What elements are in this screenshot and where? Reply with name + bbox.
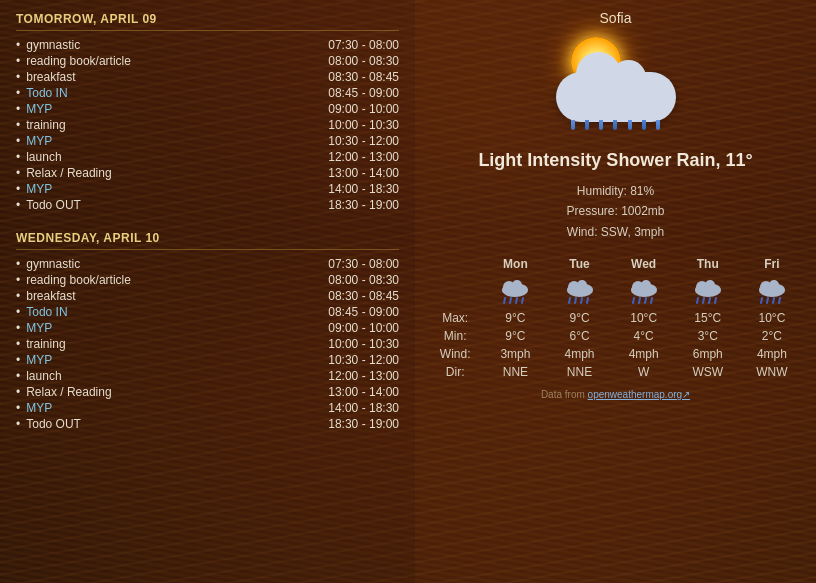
list-item-bullet: • xyxy=(16,70,20,84)
forecast-dir-3: WSW xyxy=(676,363,740,381)
svg-line-5 xyxy=(516,298,517,303)
day-section-0: TOMORROW, APRIL 09•gymnastic07:30 - 08:0… xyxy=(16,12,399,213)
table-row: •Todo IN08:45 - 09:00 xyxy=(16,85,399,101)
table-row: •training10:00 - 10:30 xyxy=(16,336,399,352)
forecast-header-wed: Wed xyxy=(612,254,676,274)
svg-line-6 xyxy=(522,298,523,303)
list-item-bullet: • xyxy=(16,401,20,415)
forecast-icon-4 xyxy=(740,274,804,309)
forecast-max-3: 15°C xyxy=(676,309,740,327)
forecast-dir-1: NNE xyxy=(547,363,611,381)
forecast-header-mon: Mon xyxy=(483,254,547,274)
forecast-min-3: 3°C xyxy=(676,327,740,345)
svg-point-30 xyxy=(769,280,779,290)
list-item: gymnastic xyxy=(26,257,80,271)
list-item-bullet: • xyxy=(16,369,20,383)
weather-icon xyxy=(541,32,691,142)
list-item: training xyxy=(26,118,65,132)
forecast-wind-0: 3mph xyxy=(483,345,547,363)
weather-description: Light Intensity Shower Rain, 11° xyxy=(478,150,752,171)
svg-line-31 xyxy=(761,298,762,303)
forecast-dir-0: NNE xyxy=(483,363,547,381)
list-item: Todo OUT xyxy=(26,198,81,212)
list-item: reading book/article xyxy=(26,54,131,68)
forecast-table: MonTueWedThuFri Max: 9°C9°C10°C15°C10°C … xyxy=(427,254,804,381)
forecast-dir-4: WNW xyxy=(740,363,804,381)
humidity: Humidity: 81% xyxy=(566,181,664,201)
list-item-bullet: • xyxy=(16,118,20,132)
table-row: •gymnastic07:30 - 08:00 xyxy=(16,256,399,272)
forecast-min-4: 2°C xyxy=(740,327,804,345)
svg-line-26 xyxy=(709,298,710,303)
list-item-bullet: • xyxy=(16,337,20,351)
item-time: 08:30 - 08:45 xyxy=(328,70,399,84)
day-title-0: TOMORROW, APRIL 09 xyxy=(16,12,399,31)
item-time: 08:00 - 08:30 xyxy=(328,273,399,287)
day-title-1: WEDNESDAY, APRIL 10 xyxy=(16,231,399,250)
table-row: •training10:00 - 10:30 xyxy=(16,117,399,133)
svg-point-2 xyxy=(512,280,522,290)
table-row: •MYP14:00 - 18:30 xyxy=(16,400,399,416)
svg-line-12 xyxy=(581,298,582,303)
main-layout: TOMORROW, APRIL 09•gymnastic07:30 - 08:0… xyxy=(0,0,816,583)
list-item-bullet: • xyxy=(16,134,20,148)
table-row: •Relax / Reading13:00 - 14:00 xyxy=(16,384,399,400)
table-row: •launch12:00 - 13:00 xyxy=(16,368,399,384)
item-time: 08:30 - 08:45 xyxy=(328,289,399,303)
table-row: •breakfast08:30 - 08:45 xyxy=(16,69,399,85)
list-item-bullet: • xyxy=(16,257,20,271)
svg-line-17 xyxy=(633,298,634,303)
table-row: •Todo IN08:45 - 09:00 xyxy=(16,304,399,320)
forecast-wind-3: 6mph xyxy=(676,345,740,363)
list-item: MYP xyxy=(26,134,52,148)
svg-line-4 xyxy=(510,298,511,303)
forecast-wind-2: 4mph xyxy=(612,345,676,363)
city-name: Sofia xyxy=(600,10,632,26)
item-time: 08:45 - 09:00 xyxy=(328,86,399,100)
list-item-bullet: • xyxy=(16,385,20,399)
item-time: 08:00 - 08:30 xyxy=(328,54,399,68)
table-row: •reading book/article08:00 - 08:30 xyxy=(16,272,399,288)
list-item: breakfast xyxy=(26,70,75,84)
item-time: 18:30 - 19:00 xyxy=(328,417,399,431)
data-source: Data from openweathermap.org↗ xyxy=(541,389,690,400)
forecast-max-1: 9°C xyxy=(547,309,611,327)
table-row: •launch12:00 - 13:00 xyxy=(16,149,399,165)
list-item-bullet: • xyxy=(16,86,20,100)
svg-line-19 xyxy=(645,298,646,303)
forecast-icon-0 xyxy=(483,274,547,309)
cloud-icon xyxy=(556,72,676,122)
data-source-link[interactable]: openweathermap.org↗ xyxy=(588,389,691,400)
list-item: MYP xyxy=(26,321,52,335)
svg-line-32 xyxy=(767,298,768,303)
item-time: 10:30 - 12:00 xyxy=(328,134,399,148)
item-time: 10:00 - 10:30 xyxy=(328,337,399,351)
weather-details: Humidity: 81% Pressure: 1002mb Wind: SSW… xyxy=(566,181,664,242)
table-row: •MYP10:30 - 12:00 xyxy=(16,352,399,368)
table-row: •gymnastic07:30 - 08:00 xyxy=(16,37,399,53)
list-item-bullet: • xyxy=(16,54,20,68)
forecast-header-fri: Fri xyxy=(740,254,804,274)
forecast-icon-2 xyxy=(612,274,676,309)
forecast-min-2: 4°C xyxy=(612,327,676,345)
forecast-wind-1: 4mph xyxy=(547,345,611,363)
pressure: Pressure: 1002mb xyxy=(566,201,664,221)
forecast-max-4: 10°C xyxy=(740,309,804,327)
list-item: Relax / Reading xyxy=(26,166,111,180)
svg-line-27 xyxy=(715,298,716,303)
table-row: •breakfast08:30 - 08:45 xyxy=(16,288,399,304)
list-item: Todo IN xyxy=(26,86,67,100)
item-time: 13:00 - 14:00 xyxy=(328,166,399,180)
list-item: MYP xyxy=(26,353,52,367)
item-time: 08:45 - 09:00 xyxy=(328,305,399,319)
wind-label: Wind: xyxy=(427,345,483,363)
item-time: 14:00 - 18:30 xyxy=(328,401,399,415)
svg-line-10 xyxy=(569,298,570,303)
item-time: 07:30 - 08:00 xyxy=(328,38,399,52)
list-item: training xyxy=(26,337,65,351)
list-item: Relax / Reading xyxy=(26,385,111,399)
table-row: •Todo OUT18:30 - 19:00 xyxy=(16,197,399,213)
table-row: •MYP14:00 - 18:30 xyxy=(16,181,399,197)
svg-line-34 xyxy=(779,298,780,303)
svg-line-24 xyxy=(697,298,698,303)
